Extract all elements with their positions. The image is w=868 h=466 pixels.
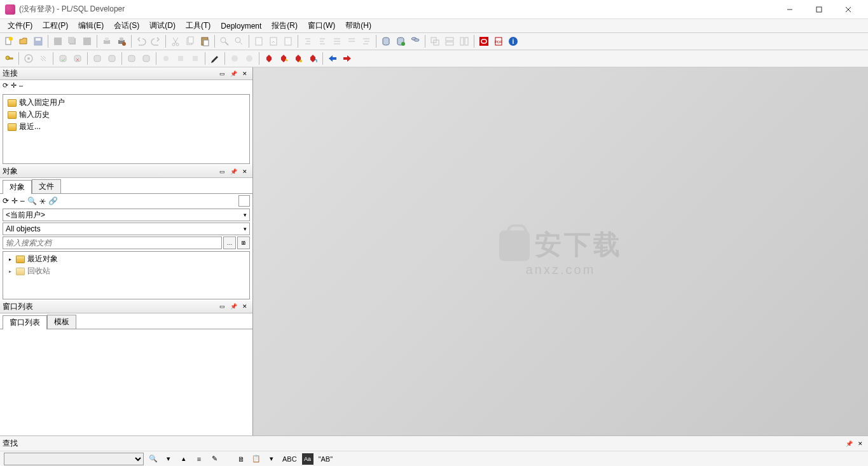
close-button[interactable] — [834, 0, 863, 19]
execute-button[interactable] — [22, 51, 36, 65]
minimize-button[interactable] — [775, 0, 804, 19]
preferences-button[interactable] — [208, 51, 222, 65]
objects-tree[interactable]: ▸最近对象 ▸回收站 — [3, 251, 250, 299]
find-icon[interactable]: 🔍 — [148, 453, 159, 465]
undo-button[interactable] — [134, 34, 148, 48]
tab-files[interactable]: 文件 — [32, 179, 61, 193]
db-btn-b[interactable] — [105, 51, 119, 65]
new-button[interactable] — [2, 34, 16, 48]
panel-close-icon[interactable]: ✕ — [855, 439, 865, 448]
find-combobox[interactable] — [4, 453, 144, 465]
menu-report[interactable]: 报告(R) — [266, 19, 303, 32]
filter-dropdown[interactable]: All objects ▾ — [3, 223, 250, 235]
doc-a-button[interactable] — [252, 34, 266, 48]
oracle-button[interactable] — [477, 34, 491, 48]
red-poly-b[interactable] — [277, 51, 291, 65]
ab-label[interactable]: "AB" — [317, 455, 334, 463]
tree-item-recent-objects[interactable]: ▸最近对象 — [4, 253, 248, 265]
indent-out-button[interactable] — [301, 34, 315, 48]
db-button-1[interactable] — [379, 34, 393, 48]
tab-objects[interactable]: 对象 — [3, 180, 32, 194]
tree-item-fixed-users[interactable]: 载入固定用户 — [5, 97, 247, 109]
print-button[interactable] — [100, 34, 114, 48]
refresh-icon[interactable]: ⟳ — [3, 81, 8, 92]
menu-window[interactable]: 窗口(W) — [303, 19, 340, 32]
maximize-button[interactable] — [804, 0, 834, 19]
expand-icon[interactable]: ▸ — [7, 256, 13, 263]
rollback-button[interactable] — [71, 51, 85, 65]
find-up-icon[interactable]: ▴ — [178, 453, 189, 465]
db-button-2[interactable] — [394, 34, 408, 48]
panel-dock-icon[interactable]: ▭ — [217, 167, 227, 176]
toggle-button[interactable] — [238, 195, 250, 207]
comment-button[interactable] — [330, 34, 344, 48]
panel-dock-icon[interactable]: ▭ — [217, 302, 227, 311]
debug-btn-b[interactable] — [174, 51, 188, 65]
paste-button[interactable] — [198, 34, 212, 48]
find-icon[interactable]: 🔍 — [27, 196, 37, 205]
panel-dock-icon[interactable]: ▭ — [217, 69, 227, 78]
panel-pin-icon[interactable]: 📌 — [228, 167, 238, 176]
nav-forward-button[interactable] — [340, 51, 354, 65]
logon-button[interactable] — [2, 51, 16, 65]
find-next-button[interactable] — [232, 34, 246, 48]
doc-b-button[interactable] — [266, 34, 280, 48]
save-all-button[interactable] — [65, 34, 79, 48]
clipboard-icon[interactable]: 📋 — [251, 453, 262, 465]
panel-close-icon[interactable]: ✕ — [240, 302, 250, 311]
add-icon[interactable]: ✛ — [11, 81, 17, 92]
menu-file[interactable]: 文件(F) — [3, 19, 38, 32]
cut-button[interactable] — [169, 34, 183, 48]
bp-button-b[interactable] — [242, 51, 256, 65]
panel-pin-icon[interactable]: 📌 — [228, 69, 238, 78]
doc-c-button[interactable] — [281, 34, 295, 48]
commit-button[interactable] — [56, 51, 70, 65]
find-all-icon[interactable]: ≡ — [193, 453, 205, 465]
menu-edit[interactable]: 编辑(E) — [73, 19, 109, 32]
debug-btn-a[interactable] — [159, 51, 173, 65]
db-btn-a[interactable] — [90, 51, 104, 65]
red-poly-d[interactable] — [306, 51, 320, 65]
menu-debug[interactable]: 调试(D) — [144, 19, 181, 32]
tree-item-history[interactable]: 输入历史 — [5, 109, 247, 121]
menu-tools[interactable]: 工具(T) — [181, 19, 216, 32]
save-button[interactable] — [31, 34, 45, 48]
db-btn-c[interactable] — [125, 51, 139, 65]
panel-close-icon[interactable]: ✕ — [240, 167, 250, 176]
red-poly-a[interactable] — [262, 51, 276, 65]
info-button[interactable]: i — [506, 34, 520, 48]
menu-help[interactable]: 帮助(H) — [340, 19, 376, 32]
panel-pin-icon[interactable]: 📌 — [844, 439, 854, 448]
tab-templates[interactable]: 模板 — [47, 315, 76, 329]
search-input[interactable] — [3, 236, 222, 249]
browse-button[interactable]: … — [223, 236, 236, 249]
abc-label[interactable]: ABC — [281, 455, 298, 463]
tree-item-recent[interactable]: 最近... — [5, 121, 247, 133]
panel-pin-icon[interactable]: 📌 — [228, 302, 238, 311]
doc-icon[interactable]: 🗎 — [235, 453, 247, 465]
menu-deployment[interactable]: Deployment — [216, 20, 266, 32]
panel-close-icon[interactable]: ✕ — [240, 69, 250, 78]
pdf-button[interactable]: PDF — [492, 34, 506, 48]
tab-windowlist[interactable]: 窗口列表 — [3, 315, 47, 329]
bp-button-a[interactable] — [228, 51, 242, 65]
break-button[interactable] — [36, 51, 50, 65]
copy-button[interactable] — [183, 34, 197, 48]
remove-icon[interactable]: – — [19, 81, 23, 92]
find-button[interactable] — [217, 34, 231, 48]
search-go-button[interactable]: 🗎 — [237, 236, 250, 249]
highlight-icon[interactable]: ✎ — [209, 453, 220, 465]
db-btn-d[interactable] — [139, 51, 153, 65]
print-setup-button[interactable] — [114, 34, 128, 48]
collapse-icon[interactable]: – — [20, 196, 25, 205]
nav-back-button[interactable] — [326, 51, 340, 65]
db-button-3[interactable] — [408, 34, 422, 48]
refresh-icon[interactable]: ⟳ — [3, 196, 9, 205]
options-dropdown-icon[interactable]: ▾ — [266, 453, 277, 465]
link-icon[interactable]: 🔗 — [48, 196, 58, 205]
menu-session[interactable]: 会话(S) — [109, 19, 144, 32]
uncomment-button[interactable] — [345, 34, 359, 48]
save-disk-button[interactable] — [51, 34, 65, 48]
tree-item-recycle[interactable]: ▸回收站 — [4, 265, 248, 277]
indent-in-button[interactable] — [315, 34, 329, 48]
